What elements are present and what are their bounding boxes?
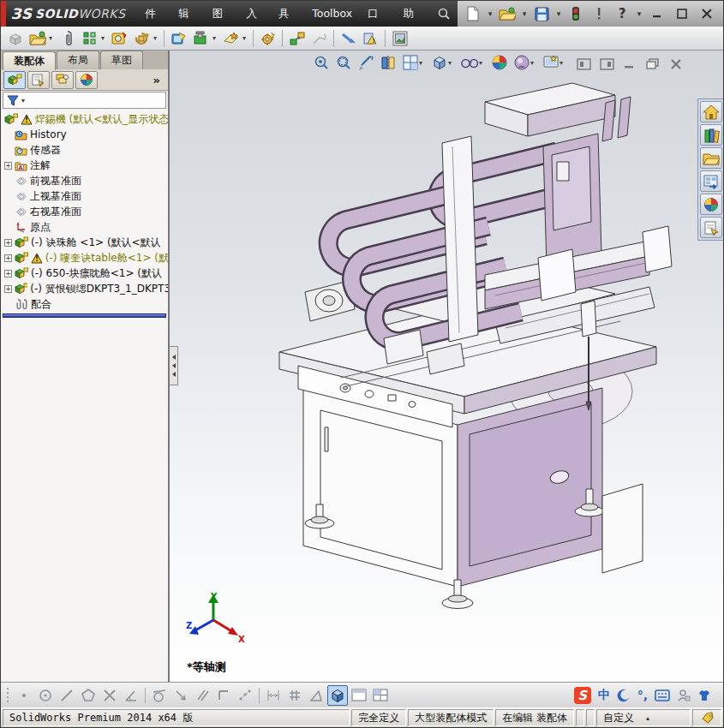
add-relation-coincident-icon[interactable] — [171, 685, 191, 706]
sketch-circle-icon[interactable] — [35, 685, 56, 706]
close-button[interactable] — [696, 4, 718, 23]
tree-node-front-plane[interactable]: 前视基准面 — [1, 173, 168, 188]
assembly-features-icon[interactable] — [190, 28, 212, 49]
new-motion-study-icon[interactable] — [257, 28, 278, 49]
expand-icon[interactable]: + — [4, 270, 12, 277]
save-dropdown[interactable]: ▾ — [554, 9, 563, 18]
pane-left-icon[interactable] — [576, 57, 591, 70]
help-dropdown[interactable]: ▾ — [635, 9, 643, 18]
linear-component-pattern-dropdown[interactable]: ▾ — [101, 34, 108, 42]
graphics-area[interactable]: ▾ ▾ ▾ ▾ ▾ — [170, 51, 723, 682]
ime-fullwidth-moon-icon[interactable] — [617, 689, 631, 702]
appearances-manager-icon[interactable] — [75, 71, 98, 89]
add-relation-tangent-icon[interactable] — [149, 685, 170, 706]
explode-line-sketch-icon[interactable] — [308, 28, 330, 49]
sketch-point-icon[interactable] — [14, 685, 34, 706]
solidworks-resources-home-icon[interactable] — [700, 101, 722, 122]
smart-dimension-icon[interactable] — [263, 685, 284, 706]
performance-light-icon[interactable] — [565, 3, 586, 24]
expand-icon[interactable]: + — [4, 254, 12, 262]
view-palette-icon[interactable] — [700, 170, 722, 192]
ime-keyboard-icon[interactable] — [655, 689, 670, 701]
view-settings-dropdown[interactable]: ▾ — [559, 59, 566, 67]
featuremanager-tree-icon[interactable] — [3, 71, 26, 89]
propertymanager-icon[interactable] — [27, 71, 50, 89]
insert-from-file-icon[interactable] — [27, 28, 48, 49]
tree-node-right-plane[interactable]: 右视基准面 — [1, 204, 168, 219]
display-style-dropdown[interactable]: ▾ — [448, 59, 455, 67]
insert-component-icon[interactable] — [4, 28, 26, 49]
minimize-button[interactable] — [646, 4, 668, 23]
filter-dropdown[interactable]: ▾ — [21, 97, 25, 104]
zoom-to-area-icon[interactable] — [333, 52, 354, 73]
open-document-icon[interactable] — [497, 3, 518, 24]
tree-node-component-4[interactable]: + (-) 簧恨钡缌DKPT3_1_DKPT3- — [1, 281, 168, 296]
tree-node-history[interactable]: History — [1, 127, 168, 142]
sogou-input-icon[interactable]: S — [574, 687, 591, 704]
view-orientation-icon[interactable]: ▾ — [400, 52, 428, 73]
previous-view-icon[interactable] — [356, 52, 376, 73]
tree-node-origin[interactable]: 原点 — [1, 219, 168, 235]
ime-language-toggle[interactable]: 中 — [598, 688, 610, 703]
file-explorer-icon[interactable] — [700, 147, 722, 169]
expand-icon[interactable]: + — [4, 162, 12, 170]
exploded-view-icon[interactable] — [286, 28, 308, 49]
move-component-icon[interactable] — [131, 28, 153, 49]
tree-node-component-2[interactable]: + ! (-) 瞜奎诀table舱<1> (默 — [1, 250, 168, 266]
multi-view-icon[interactable] — [370, 685, 391, 706]
tab-assembly[interactable]: 装配体 — [3, 51, 56, 70]
interference-detection-icon[interactable]: ! — [360, 28, 381, 49]
single-view-icon[interactable] — [349, 685, 369, 706]
new-document-dropdown[interactable]: ▾ — [486, 9, 494, 18]
expand-icon[interactable]: + — [4, 285, 12, 293]
sketch-polygon-icon[interactable] — [78, 685, 99, 706]
sketch-angle-icon[interactable] — [121, 685, 141, 706]
move-component-dropdown[interactable]: ▾ — [153, 34, 160, 42]
display-style-icon[interactable]: ▾ — [429, 52, 457, 73]
maximize-button[interactable] — [671, 4, 693, 23]
restore-doc-icon[interactable] — [645, 57, 661, 70]
hide-show-items-dropdown[interactable]: ▾ — [479, 59, 486, 67]
reference-geometry-icon[interactable] — [220, 28, 242, 49]
new-document-icon[interactable] — [463, 3, 483, 24]
save-icon[interactable] — [531, 3, 552, 24]
sketch-chain-icon[interactable] — [235, 685, 255, 706]
minimize-doc-icon[interactable] — [622, 57, 637, 70]
model-soldering-machine[interactable] — [170, 51, 723, 682]
section-view-icon[interactable] — [378, 52, 398, 73]
ime-user-icon[interactable] — [677, 689, 691, 701]
menu-toolbox[interactable]: Toolbox — [304, 1, 360, 27]
configurationmanager-icon[interactable] — [51, 71, 74, 89]
custom-properties-icon[interactable] — [700, 217, 722, 238]
mate-paperclip-icon[interactable] — [57, 28, 78, 49]
tree-node-annotations[interactable]: + A 注解 — [1, 158, 168, 173]
tree-node-sensors[interactable]: 传感器 — [1, 142, 168, 158]
trim-entities-icon[interactable] — [99, 685, 120, 706]
options-list-icon[interactable] — [589, 3, 609, 24]
edit-appearance-icon[interactable] — [489, 52, 510, 73]
tree-node-component-3[interactable]: + (-) 650-块瘭眈舱<1> (默认 — [1, 266, 168, 281]
apply-scene-dropdown[interactable]: ▾ — [530, 59, 537, 67]
reference-geometry-dropdown[interactable]: ▾ — [242, 34, 249, 42]
hide-show-items-icon[interactable]: ▾ — [458, 52, 488, 73]
linear-component-pattern-icon[interactable] — [79, 28, 100, 49]
zoom-to-fit-icon[interactable] — [311, 52, 332, 73]
shaded-with-edges-icon[interactable] — [327, 685, 348, 706]
design-library-icon[interactable] — [700, 124, 722, 146]
add-relation-perpendicular-icon[interactable] — [213, 685, 234, 706]
tree-node-mates[interactable]: 配合 — [1, 296, 168, 312]
grid-snap-icon[interactable] — [284, 685, 305, 706]
tree-filter[interactable]: ▾ — [3, 92, 166, 109]
sketch-line-icon[interactable] — [57, 685, 77, 706]
take-snapshot-icon[interactable] — [389, 28, 410, 49]
view-orientation-dropdown[interactable]: ▾ — [419, 59, 426, 67]
show-hidden-components-icon[interactable] — [168, 28, 189, 49]
close-doc-icon[interactable] — [668, 57, 684, 70]
tree-node-component-1[interactable]: + (-) 诀珠舱 <1> (默认<默认 — [1, 235, 168, 250]
rollback-bar[interactable] — [3, 313, 166, 318]
smart-fasteners-icon[interactable] — [109, 28, 130, 49]
expand-icon[interactable]: + — [4, 239, 12, 247]
appearances-scenes-icon[interactable] — [700, 194, 722, 215]
panel-splitter-handle[interactable] — [170, 346, 178, 385]
tree-node-top-plane[interactable]: 上视基准面 — [1, 188, 168, 204]
